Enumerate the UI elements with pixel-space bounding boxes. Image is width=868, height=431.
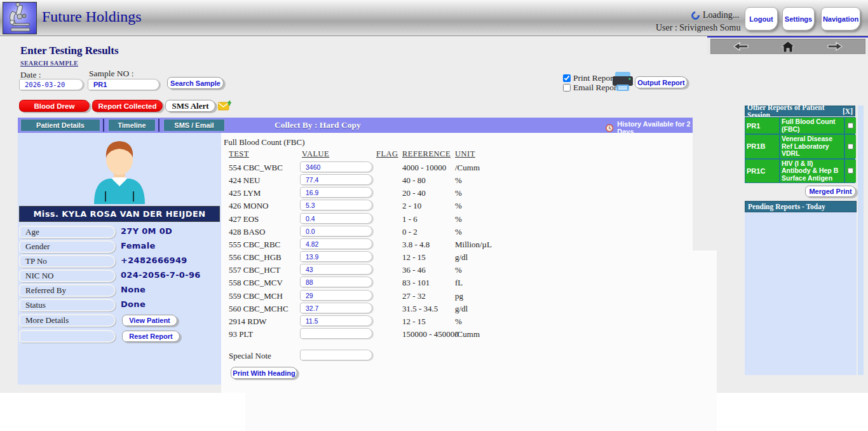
search-sample-button[interactable]: Search Sample (167, 77, 224, 89)
report-name[interactable]: HIV (I & II) Antibody & Hep B Surface An… (780, 160, 844, 183)
field-value: 27Y 0M 0D (121, 226, 172, 236)
reference-range: 1 - 6 (402, 214, 417, 224)
unit: g/dl (455, 304, 468, 314)
reference-range: 40 - 80 (402, 175, 426, 186)
test-name: 556 CBC_HGB (229, 252, 281, 263)
settings-button[interactable]: Settings (782, 7, 815, 31)
table-row: 93 PLT 150000 - 450000 /Cumm (221, 328, 693, 341)
view-patient-button[interactable]: View Patient (122, 315, 177, 326)
test-name: 428 BASO (229, 227, 265, 237)
send-email-icon[interactable] (218, 100, 232, 114)
navigation-button[interactable]: Navigation (821, 7, 860, 31)
field-value: Female (121, 241, 156, 250)
column-header-unit: UNIT (455, 149, 475, 159)
value-input[interactable] (300, 161, 372, 172)
report-name[interactable]: Veneral Disease Ref Laboratory VDRL (780, 135, 844, 158)
field-label-pill: NIC NO (19, 270, 116, 282)
app-title: Future Holdings (42, 8, 142, 25)
special-note-input[interactable] (300, 350, 372, 360)
back-arrow-icon[interactable] (733, 41, 749, 51)
value-input[interactable] (300, 200, 372, 210)
reference-range: 0 - 2 (402, 227, 417, 237)
value-input[interactable] (300, 328, 372, 339)
test-name: 2914 RDW (229, 317, 267, 327)
test-name: 425 LYM (229, 188, 261, 198)
pending-reports-header: Pending Reports - Today (745, 201, 857, 212)
report-code[interactable]: PR1 (745, 118, 779, 133)
output-report-button[interactable]: Output Report (635, 76, 688, 88)
print-with-heading-button[interactable]: Print With Heading (231, 367, 297, 379)
table-row: 427 EOS 1 - 6 % (221, 213, 693, 226)
reference-range: 150000 - 450000 (402, 329, 459, 339)
other-reports-header: Other Reports of Patient Session [X] (745, 106, 855, 116)
unit: % (455, 265, 462, 275)
value-input[interactable] (300, 315, 372, 326)
test-name: 427 EOS (229, 214, 259, 224)
value-input[interactable] (300, 290, 372, 301)
value-input[interactable] (300, 277, 372, 287)
unit: % (455, 317, 462, 327)
forward-arrow-icon[interactable] (827, 41, 843, 51)
table-row: 556 CBC_HGB 12 - 15 g/dl (221, 251, 693, 264)
table-row: 555 CBC_RBC 3.8 - 4.8 Million/µL (221, 238, 693, 251)
print-report-checkbox[interactable] (563, 74, 571, 82)
print-report-label: Print Report (573, 73, 615, 83)
tab-timeline[interactable]: Timeline (108, 119, 156, 132)
sample-no-label: Sample NO : (89, 69, 134, 79)
merged-print-button[interactable]: Merged Print (805, 186, 856, 197)
value-input[interactable] (300, 174, 372, 185)
unit: /Cumm (455, 163, 480, 173)
printer-icon (611, 71, 634, 95)
report-select-checkbox[interactable] (848, 168, 853, 174)
search-sample-link[interactable]: SEARCH SAMPLE (20, 60, 78, 67)
other-reports-table: PR1 Full Blood Count (FBC) PR1B Veneral … (745, 117, 855, 183)
column-header-value: VALUE (302, 149, 329, 159)
unit: fL (455, 278, 463, 288)
test-name: 93 PLT (229, 329, 253, 339)
report-select-checkbox[interactable] (848, 123, 853, 128)
test-name: 426 MONO (229, 201, 268, 211)
sidebar-scrollbar[interactable] (858, 106, 864, 375)
email-report-checkbox[interactable] (563, 84, 571, 92)
close-icon[interactable]: [X] (843, 107, 853, 115)
unit: % (455, 227, 462, 237)
sms-alert-button[interactable]: SMS Alert (165, 100, 215, 112)
logout-button[interactable]: Logout (745, 7, 778, 31)
unit: /Cumm (455, 329, 480, 339)
reset-report-button[interactable]: Reset Report (122, 331, 180, 342)
report-collected-button[interactable]: Report Collected (92, 100, 163, 112)
microscope-icon (3, 3, 36, 34)
report-name[interactable]: Full Blood Count (FBC) (780, 118, 844, 133)
sample-no-input[interactable] (88, 79, 159, 90)
report-code[interactable]: PR1B (745, 135, 779, 158)
field-label-pill: Status (19, 299, 116, 311)
value-input[interactable] (300, 213, 372, 224)
table-row: 425 LYM 20 - 40 % (221, 187, 693, 200)
unit: Million/µL (455, 240, 492, 250)
blood-drew-button[interactable]: Blood Drew (19, 100, 90, 112)
reference-range: 2 - 10 (402, 201, 421, 211)
reference-range: 27 - 32 (402, 291, 426, 301)
loading-spinner-icon (689, 10, 701, 21)
value-input[interactable] (300, 251, 372, 262)
value-input[interactable] (300, 303, 372, 313)
other-reports-title: Other Reports of Patient Session (747, 104, 843, 119)
field-label-pill: TP No (19, 255, 116, 268)
report-code[interactable]: PR1C (745, 160, 779, 183)
table-row: 554 CBC_WBC 4000 - 10000 /Cumm (221, 161, 693, 174)
section-tabbar: Patient Details Timeline SMS / Email Tes… (18, 118, 693, 133)
value-input[interactable] (300, 187, 372, 198)
company-logo (3, 2, 37, 34)
value-input[interactable] (300, 238, 372, 249)
print-report-option[interactable]: Print Report (563, 73, 615, 83)
home-icon[interactable] (780, 41, 796, 51)
patient-name: Miss. KYLA ROSA VAN DER HEIJDEN (19, 206, 220, 222)
tab-patient-details[interactable]: Patient Details (20, 119, 100, 132)
value-input[interactable] (300, 264, 372, 275)
value-input[interactable] (300, 226, 372, 236)
page-title: Enter Testing Results (20, 44, 119, 57)
tab-sms-email[interactable]: SMS / Email (163, 119, 225, 132)
report-select-checkbox[interactable] (848, 144, 853, 149)
table-row: 558 CBC_MCV 83 - 101 fL (221, 277, 693, 289)
date-input[interactable] (19, 79, 83, 90)
